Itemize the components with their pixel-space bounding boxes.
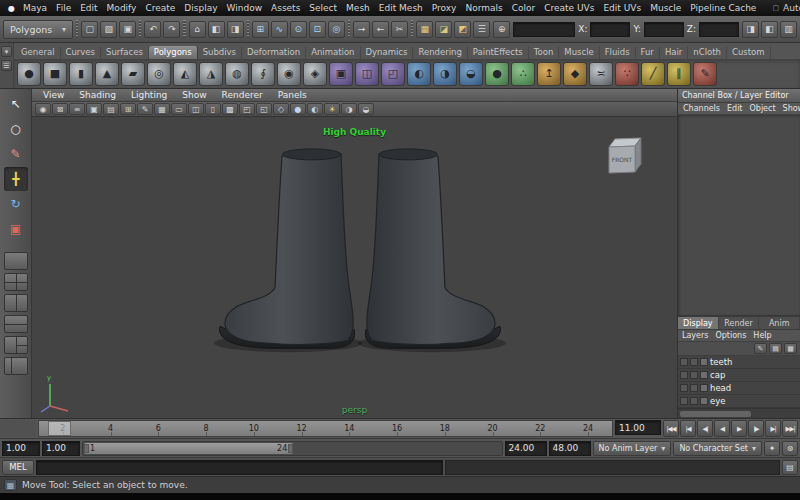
layout-two-stacked-button[interactable] — [4, 315, 28, 333]
menu-item[interactable]: Proxy — [432, 3, 457, 13]
view-cube[interactable]: FRONT — [603, 131, 649, 177]
shelf-tab[interactable]: Hair — [660, 46, 688, 59]
menu-item[interactable]: Edit Mesh — [379, 3, 423, 13]
select-component-icon[interactable]: ◨ — [227, 21, 244, 38]
channel-box-menu-item[interactable]: Show — [783, 104, 800, 113]
combine-icon[interactable]: ▣ — [329, 62, 353, 86]
channel-list-empty[interactable] — [678, 115, 800, 315]
layout-four-pane-button[interactable] — [4, 273, 28, 291]
panel-menu-item[interactable]: Panels — [271, 90, 314, 100]
menu-item[interactable]: Maya — [23, 3, 47, 13]
menu-item[interactable]: Mesh — [346, 3, 370, 13]
render-view-icon[interactable]: ▦ — [416, 21, 433, 38]
smooth-icon[interactable]: ● — [485, 62, 509, 86]
menu-item[interactable]: Assets — [271, 3, 300, 13]
shadows-icon[interactable]: ◑ — [341, 103, 357, 115]
field-chart-icon[interactable]: ▩ — [222, 103, 238, 115]
menu-item[interactable]: Muscle — [650, 3, 681, 13]
layout-outliner-persp-button[interactable] — [4, 357, 28, 375]
poly-soccer-ball-icon[interactable]: ◉ — [277, 62, 301, 86]
scale-tool[interactable]: ▣ — [4, 217, 28, 241]
lock-camera-icon[interactable]: ⊠ — [52, 103, 68, 115]
poly-prism-icon[interactable]: ◭ — [173, 62, 197, 86]
toggle-tool-settings-icon[interactable]: ◧ — [761, 21, 778, 38]
layer-display-type-toggle[interactable] — [690, 371, 698, 379]
layout-single-pane-button[interactable] — [4, 252, 28, 270]
two-d-pan-zoom-icon[interactable]: ⊞ — [120, 103, 136, 115]
toggle-attribute-editor-icon[interactable]: ◨ — [742, 21, 759, 38]
paint-select-tool[interactable]: ✎ — [4, 142, 28, 166]
command-result-field[interactable] — [445, 460, 780, 475]
channel-box-menu-item[interactable]: Object — [750, 104, 776, 113]
layout-two-side-button[interactable] — [4, 294, 28, 312]
poly-platonic-icon[interactable]: ◈ — [303, 62, 327, 86]
poly-cube-icon[interactable]: ■ — [43, 62, 67, 86]
snap-plane-icon[interactable]: ⊡ — [309, 21, 326, 38]
command-input[interactable] — [36, 460, 443, 475]
left-boot[interactable] — [214, 149, 362, 352]
menu-item[interactable]: Window — [227, 3, 263, 13]
apple-menu-icon[interactable]: ● — [8, 4, 15, 13]
command-language-button[interactable]: MEL — [2, 460, 34, 475]
input-connections-icon[interactable]: → — [353, 21, 370, 38]
bridge-icon[interactable]: ≍ — [589, 62, 613, 86]
menu-item[interactable]: Display — [184, 3, 217, 13]
menu-item[interactable]: Color — [512, 3, 536, 13]
panel-menu-item[interactable]: Lighting — [124, 90, 174, 100]
poly-sphere-icon[interactable]: ● — [17, 62, 41, 86]
shelf-tab[interactable]: Animation — [306, 46, 360, 59]
layer-editor-tab[interactable]: Anim — [759, 317, 800, 329]
viewport-canvas[interactable]: High Quality FRONT y persp — [32, 117, 677, 418]
toolbar-grip[interactable] — [247, 20, 249, 38]
menu-item[interactable]: Normals — [465, 3, 502, 13]
shelf-tab[interactable]: Muscle — [559, 46, 599, 59]
playback-end-field[interactable] — [505, 441, 547, 456]
rotate-tool[interactable]: ↻ — [4, 192, 28, 216]
layer-color-swatch[interactable] — [700, 384, 708, 392]
animation-end-field[interactable] — [549, 441, 591, 456]
boolean-difference-icon[interactable]: ◑ — [433, 62, 457, 86]
shelf-tab[interactable]: Deformation — [242, 46, 306, 59]
move-tool[interactable]: ╋ — [4, 167, 28, 191]
select-camera-icon[interactable]: ◉ — [35, 103, 51, 115]
layer-display-type-toggle[interactable] — [690, 397, 698, 405]
layer-display-type-toggle[interactable] — [690, 384, 698, 392]
layout-three-pane-button[interactable] — [4, 336, 28, 354]
toolbar-grip[interactable] — [348, 20, 350, 38]
x-input[interactable] — [590, 22, 630, 37]
sculpt-geometry-icon[interactable]: ✎ — [693, 62, 717, 86]
play-backwards-button[interactable]: ◀ — [714, 420, 730, 437]
play-forward-button[interactable]: ▶ — [731, 420, 747, 437]
select-object-icon[interactable]: ◧ — [208, 21, 225, 38]
z-input[interactable] — [699, 22, 739, 37]
select-hierarchy-icon[interactable]: ⌂ — [189, 21, 206, 38]
layer-color-swatch[interactable] — [700, 397, 708, 405]
shelf-tab-switch-icon[interactable]: ▾ — [1, 46, 12, 57]
right-boot[interactable] — [358, 149, 506, 352]
toolbar-grip[interactable] — [139, 20, 141, 38]
textured-mode-icon[interactable]: ◐ — [307, 103, 323, 115]
insert-edge-loop-icon[interactable]: ∥ — [667, 62, 691, 86]
undo-icon[interactable]: ↶ — [144, 21, 161, 38]
menu-item[interactable]: Create — [145, 3, 175, 13]
snap-grid-icon[interactable]: ⊞ — [252, 21, 269, 38]
animation-start-field[interactable] — [2, 441, 40, 456]
grid-icon[interactable]: ▦ — [154, 103, 170, 115]
layer-new-from-selected-icon[interactable]: ▦ — [784, 343, 797, 354]
anim-layer-dropdown[interactable]: No Anim Layer — [593, 441, 672, 456]
safe-action-icon[interactable]: ◰ — [239, 103, 255, 115]
toolbar-grip[interactable] — [183, 20, 185, 38]
wireframe-mode-icon[interactable]: ◇ — [273, 103, 289, 115]
resolution-gate-icon[interactable]: ◫ — [188, 103, 204, 115]
extrude-icon[interactable]: ↥ — [537, 62, 561, 86]
panel-menu-item[interactable]: View — [36, 90, 71, 100]
shelf-tab[interactable]: Surfaces — [101, 46, 149, 59]
go-to-start-button[interactable]: |◀◀ — [663, 420, 679, 437]
animation-preferences-button[interactable]: ⊛ — [782, 441, 798, 456]
average-vertices-icon[interactable]: ∴ — [511, 62, 535, 86]
shelf-tab[interactable]: nCloth — [688, 46, 727, 59]
layer-color-swatch[interactable] — [700, 358, 708, 366]
boolean-union-icon[interactable]: ◐ — [407, 62, 431, 86]
layer-editor-tab[interactable]: Display — [678, 317, 719, 329]
boolean-intersect-icon[interactable]: ◒ — [459, 62, 483, 86]
